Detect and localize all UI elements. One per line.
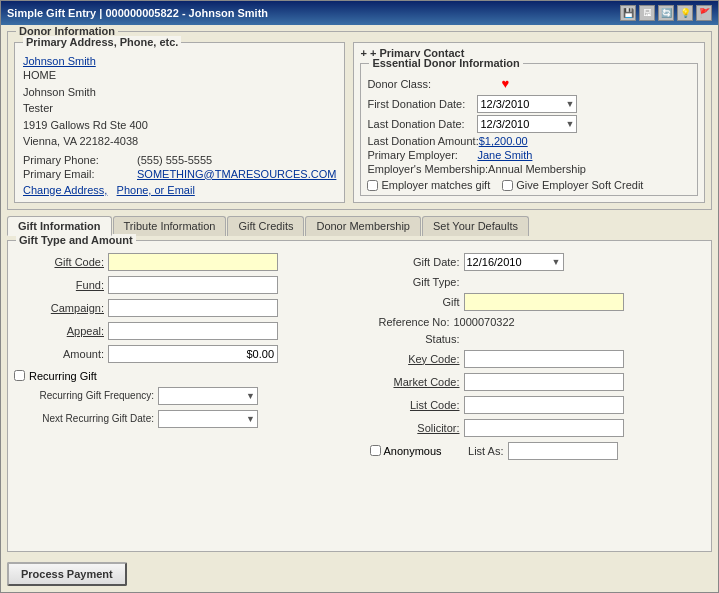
primary-email-label: Primary Email:	[23, 168, 133, 180]
donor-name-link[interactable]: Johnson Smith	[23, 55, 96, 67]
flag-icon[interactable]: 🚩	[696, 5, 712, 21]
appeal-row: Appeal:	[14, 322, 350, 340]
recurring-gift-checkbox[interactable]	[14, 370, 25, 381]
anonymous-checkbox[interactable]	[370, 445, 381, 456]
last-donation-amount-label: Last Donation Amount:	[367, 135, 478, 147]
last-donation-label: Last Donation Date:	[367, 118, 477, 130]
give-employer-check-label[interactable]: Give Employer Soft Credit	[502, 179, 643, 191]
key-code-input[interactable]	[464, 350, 624, 368]
anonymous-row: Anonymous List As:	[370, 442, 706, 460]
employer-matches-check-label[interactable]: Employer matches gift	[367, 179, 490, 191]
gift-code-label[interactable]: Gift Code:	[14, 256, 104, 268]
gift-date-value: 12/16/2010	[467, 256, 522, 268]
address-lines: HOME Johnson Smith Tester 1919 Gallows R…	[23, 67, 336, 150]
solicitor-row: Solicitor:	[370, 419, 706, 437]
toolbar-icons: 💾 🖫 🔄 💡 🚩	[620, 5, 712, 21]
gift-code-row: Gift Code:	[14, 253, 350, 271]
tab-donor-membership[interactable]: Donor Membership	[305, 216, 421, 236]
main-window: Simple Gift Entry | 000000005822 - Johns…	[0, 0, 719, 593]
gift-code-input[interactable]	[108, 253, 278, 271]
tab-tribute-information[interactable]: Tribute Information	[113, 216, 227, 236]
market-code-row: Market Code:	[370, 373, 706, 391]
employers-membership-row: Employer's Membership: Annual Membership	[367, 163, 691, 175]
gift-right-column: Gift Date: 12/16/2010 ▼ Gift Type: Gift	[370, 253, 706, 460]
employer-matches-checkbox[interactable]	[367, 180, 378, 191]
list-code-input[interactable]	[464, 396, 624, 414]
tabs-row: Gift Information Tribute Information Gif…	[7, 216, 712, 236]
change-address-link[interactable]: Change Address,	[23, 184, 107, 196]
recurring-freq-arrow: ▼	[246, 391, 255, 401]
bulb-icon[interactable]: 💡	[677, 5, 693, 21]
window-title: Simple Gift Entry | 000000005822 - Johns…	[7, 7, 268, 19]
primary-phone-value: (555) 555-5555	[137, 154, 336, 166]
solicitor-input[interactable]	[464, 419, 624, 437]
last-donation-dropdown[interactable]: 12/3/2010 ▼	[477, 115, 577, 133]
solicitor-label[interactable]: Solicitor:	[370, 422, 460, 434]
save-icon[interactable]: 💾	[620, 5, 636, 21]
list-code-row: List Code:	[370, 396, 706, 414]
last-donation-amount-row: Last Donation Amount: $1,200.00	[367, 135, 691, 147]
process-payment-button[interactable]: Process Payment	[7, 562, 127, 586]
addr-street: 1919 Gallows Rd Ste 400	[23, 117, 336, 134]
gift-left-column: Gift Code: Fund: Campaign: Appeal:	[14, 253, 350, 460]
appeal-input[interactable]	[108, 322, 278, 340]
next-date-label: Next Recurring Gift Date:	[14, 413, 154, 424]
employers-membership-value: Annual Membership	[488, 163, 586, 175]
gift-date-row: Gift Date: 12/16/2010 ▼	[370, 253, 706, 271]
tab-gift-credits[interactable]: Gift Credits	[227, 216, 304, 236]
primary-employer-row: Primary Employer: Jane Smith	[367, 149, 691, 161]
refresh-icon[interactable]: 🔄	[658, 5, 674, 21]
last-donation-value: 12/3/2010	[480, 118, 529, 130]
give-employer-checkbox[interactable]	[502, 180, 513, 191]
first-donation-dropdown[interactable]: 12/3/2010 ▼	[477, 95, 577, 113]
market-code-label[interactable]: Market Code:	[370, 376, 460, 388]
donor-class-row: Donor Class: ♥	[367, 76, 691, 91]
recurring-freq-row: Recurring Gift Frequency: ▼	[14, 387, 350, 405]
gift-input[interactable]	[464, 293, 624, 311]
first-donation-value: 12/3/2010	[480, 98, 529, 110]
tab-gift-information[interactable]: Gift Information	[7, 216, 112, 236]
recurring-freq-dropdown[interactable]: ▼	[158, 387, 258, 405]
next-date-dropdown[interactable]: ▼	[158, 410, 258, 428]
bottom-checks: Employer matches gift Give Employer Soft…	[367, 179, 691, 191]
last-donation-amount-value[interactable]: $1,200.00	[479, 135, 528, 147]
first-donation-row: First Donation Date: 12/3/2010 ▼	[367, 95, 691, 113]
status-label: Status:	[370, 333, 460, 345]
list-as-label: List As:	[464, 445, 504, 457]
phone-email-grid: Primary Phone: (555) 555-5555 Primary Em…	[23, 154, 336, 180]
gift-type-field-label: Gift Type:	[370, 276, 460, 288]
disk-icon[interactable]: 🖫	[639, 5, 655, 21]
recurring-gift-row: Recurring Gift	[14, 370, 350, 382]
essential-label: Essential Donor Information	[369, 57, 522, 69]
addr-tester: Tester	[23, 100, 336, 117]
addr-name: Johnson Smith	[23, 84, 336, 101]
gift-type-row: Gift Type:	[370, 276, 706, 288]
essential-inner: Donor Class: ♥ First Donation Date: 12/3…	[367, 76, 691, 191]
primary-address-box: Primary Address, Phone, etc. Johnson Smi…	[14, 42, 345, 203]
market-code-input[interactable]	[464, 373, 624, 391]
donor-info-section: Donor Information Primary Address, Phone…	[7, 31, 712, 210]
fund-input[interactable]	[108, 276, 278, 294]
donor-info-inner: Primary Address, Phone, etc. Johnson Smi…	[14, 42, 705, 203]
essential-box: Essential Donor Information Donor Class:…	[360, 63, 698, 196]
list-as-input[interactable]	[508, 442, 618, 460]
last-donation-row: Last Donation Date: 12/3/2010 ▼	[367, 115, 691, 133]
campaign-label[interactable]: Campaign:	[14, 302, 104, 314]
amount-input[interactable]	[108, 345, 278, 363]
primary-email-link[interactable]: SOMETHING@TMARESOURCES.COM	[137, 168, 336, 180]
phone-or-email-link[interactable]: Phone, or Email	[117, 184, 195, 196]
recurring-freq-label: Recurring Gift Frequency:	[14, 390, 154, 401]
appeal-label[interactable]: Appeal:	[14, 325, 104, 337]
addr-city: Vienna, VA 22182-4038	[23, 133, 336, 150]
primary-address-label: Primary Address, Phone, etc.	[23, 36, 181, 48]
campaign-input[interactable]	[108, 299, 278, 317]
plus-icon: +	[360, 47, 366, 59]
key-code-label[interactable]: Key Code:	[370, 353, 460, 365]
last-donation-arrow: ▼	[565, 119, 574, 129]
list-code-label[interactable]: List Code:	[370, 399, 460, 411]
gift-date-dropdown[interactable]: 12/16/2010 ▼	[464, 253, 564, 271]
fund-label[interactable]: Fund:	[14, 279, 104, 291]
first-donation-arrow: ▼	[565, 99, 574, 109]
primary-employer-link[interactable]: Jane Smith	[477, 149, 532, 161]
tab-set-defaults[interactable]: Set Your Defaults	[422, 216, 529, 236]
